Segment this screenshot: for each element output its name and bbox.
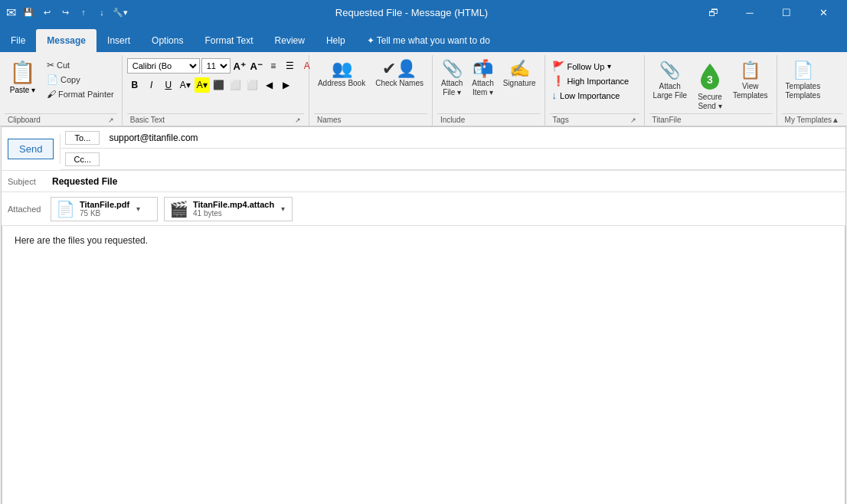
- clipboard-side-buttons: ✂ Cut 📄 Copy 🖌 Format Painter: [44, 58, 117, 101]
- tab-review[interactable]: Review: [264, 29, 316, 52]
- attach-large-file-button[interactable]: 📎 AttachLarge File: [649, 58, 691, 103]
- subject-row: Subject: [2, 171, 845, 192]
- save-qa-btn[interactable]: 💾: [21, 5, 36, 20]
- follow-up-arrow: ▾: [607, 62, 611, 70]
- send-button[interactable]: Send: [8, 139, 54, 159]
- window-controls: 🗗 ─ ☐ ✕: [695, 0, 841, 25]
- to-button[interactable]: To...: [65, 131, 100, 145]
- tab-message[interactable]: Message: [36, 29, 96, 52]
- cc-button[interactable]: Cc...: [65, 152, 100, 166]
- highlight-btn[interactable]: A▾: [195, 77, 210, 93]
- restore-btn[interactable]: 🗗: [695, 0, 731, 25]
- tab-help[interactable]: Help: [316, 29, 356, 52]
- flag-icon: 🚩: [552, 61, 564, 72]
- bullet-list-btn[interactable]: ≡: [266, 58, 281, 74]
- align-left-btn[interactable]: ⬛: [211, 77, 227, 93]
- title-bar-left: ✉ 💾 ↩ ↪ ↑ ↓ 🔧▾: [6, 5, 128, 20]
- quick-access-toolbar: 💾 ↩ ↪ ↑ ↓ 🔧▾: [21, 5, 128, 20]
- clipboard-expand-icon[interactable]: ↗: [108, 116, 114, 124]
- copy-button[interactable]: 📄 Copy: [44, 73, 117, 87]
- increase-font-btn[interactable]: A⁺: [232, 58, 247, 74]
- templates-button[interactable]: 📄 TemplatesTemplates: [782, 58, 825, 103]
- to-input[interactable]: [104, 129, 845, 146]
- titanfile-label: TitanFile: [649, 113, 772, 126]
- attach-file-button[interactable]: 📎 AttachFile ▾: [437, 58, 466, 100]
- clipboard-label: Clipboard ↗: [5, 113, 117, 126]
- redo-qa-btn[interactable]: ↪: [57, 5, 73, 20]
- attachment-pdf-info: TitanFile.pdf 75 KB: [80, 200, 129, 218]
- numbered-list-btn[interactable]: ☰: [283, 58, 298, 74]
- tab-file[interactable]: File: [0, 29, 36, 52]
- view-templates-button[interactable]: 📋 ViewTemplates: [729, 58, 772, 103]
- my-templates-content: 📄 TemplatesTemplates: [782, 55, 825, 113]
- attachment-video-info: TitanFile.mp4.attach 41 bytes: [193, 200, 274, 218]
- email-body[interactable]: Here are the files you requested.: [2, 226, 845, 504]
- attachment-video-dropdown[interactable]: ▾: [279, 205, 287, 213]
- cc-input[interactable]: [104, 151, 845, 168]
- tab-tell-me[interactable]: ✦ Tell me what you want to do: [356, 29, 501, 52]
- high-importance-button[interactable]: ❗ High Importance: [550, 74, 632, 87]
- tab-format-text[interactable]: Format Text: [194, 29, 263, 52]
- signature-button[interactable]: ✍ Signature: [499, 58, 540, 90]
- down-qa-btn[interactable]: ↓: [94, 5, 110, 20]
- align-right-btn[interactable]: ⬜: [245, 77, 260, 93]
- tags-label: Tags ↗: [550, 113, 639, 126]
- attachment-video-size: 41 bytes: [193, 209, 274, 218]
- align-center-btn[interactable]: ⬜: [228, 77, 244, 93]
- subject-input[interactable]: [47, 173, 845, 190]
- to-field-row: To...: [60, 127, 845, 149]
- decrease-indent-btn[interactable]: ◀: [262, 77, 277, 93]
- title-bar: ✉ 💾 ↩ ↪ ↑ ↓ 🔧▾ Requested File - Message …: [0, 0, 847, 25]
- italic-button[interactable]: I: [144, 77, 159, 93]
- my-templates-label: My Templates ▲: [782, 113, 842, 126]
- font-size-select[interactable]: 11: [201, 58, 231, 74]
- underline-button[interactable]: U: [161, 77, 176, 93]
- video-icon: 🎬: [169, 200, 188, 218]
- up-qa-btn[interactable]: ↑: [76, 5, 91, 20]
- attachment-pdf[interactable]: 📄 TitanFile.pdf 75 KB ▾: [51, 197, 158, 221]
- maximize-btn[interactable]: ☐: [769, 0, 804, 25]
- text-color-btn[interactable]: A▾: [178, 77, 193, 93]
- my-templates-collapse-icon[interactable]: ▲: [832, 116, 839, 124]
- undo-qa-btn[interactable]: ↩: [39, 5, 54, 20]
- pdf-icon: 📄: [56, 200, 75, 218]
- attachment-pdf-dropdown[interactable]: ▾: [134, 205, 142, 213]
- send-panel: Send: [2, 134, 60, 164]
- minimize-btn[interactable]: ─: [732, 0, 767, 25]
- increase-indent-btn[interactable]: ▶: [279, 77, 294, 93]
- font-select[interactable]: Calibri (Bo: [127, 58, 200, 74]
- cut-button[interactable]: ✂ Cut: [44, 58, 117, 72]
- basic-text-group: Calibri (Bo 11 A⁺ A⁻ ≡ ☰ A B I U A▾ A▾ ⬛…: [123, 55, 309, 126]
- high-importance-icon: ❗: [552, 75, 564, 87]
- close-btn[interactable]: ✕: [806, 0, 841, 25]
- include-label: Include: [437, 113, 540, 126]
- names-group-content: 👥 Address Book ✔👤 Check Names: [314, 55, 427, 113]
- tags-group: 🚩 Follow Up ▾ ❗ High Importance ↓ Low Im…: [545, 55, 645, 126]
- tab-options[interactable]: Options: [141, 29, 194, 52]
- attachment-video[interactable]: 🎬 TitanFile.mp4.attach 41 bytes ▾: [164, 197, 293, 221]
- secure-send-button[interactable]: 3 SecureSend ▾: [692, 58, 728, 113]
- basic-text-expand-icon[interactable]: ↗: [295, 116, 301, 124]
- decrease-font-btn[interactable]: A⁻: [249, 58, 264, 74]
- names-label: Names: [314, 113, 427, 126]
- low-importance-button[interactable]: ↓ Low Importance: [550, 89, 623, 102]
- format-painter-button[interactable]: 🖌 Format Painter: [44, 87, 117, 101]
- attach-item-button[interactable]: 📬 AttachItem ▾: [468, 58, 497, 100]
- bold-button[interactable]: B: [127, 77, 142, 93]
- basic-text-label: Basic Text ↗: [127, 113, 304, 126]
- customize-qa-btn[interactable]: 🔧▾: [113, 5, 128, 20]
- secure-send-icon: 3: [696, 61, 724, 91]
- tab-bar: File Message Insert Options Format Text …: [0, 25, 847, 52]
- tab-insert[interactable]: Insert: [96, 29, 141, 52]
- my-templates-group: 📄 TemplatesTemplates My Templates ▲: [777, 55, 847, 126]
- follow-up-button[interactable]: 🚩 Follow Up ▾: [550, 60, 614, 73]
- attachment-video-name: TitanFile.mp4.attach: [193, 200, 274, 209]
- format-row: B I U A▾ A▾ ⬛ ⬜ ⬜ ◀ ▶: [127, 77, 294, 93]
- tags-expand-icon[interactable]: ↗: [630, 116, 636, 124]
- attachment-pdf-name: TitanFile.pdf: [80, 200, 129, 209]
- attached-label: Attached: [2, 205, 47, 214]
- check-names-button[interactable]: ✔👤 Check Names: [371, 58, 427, 90]
- low-importance-icon: ↓: [552, 90, 558, 101]
- address-book-button[interactable]: 👥 Address Book: [314, 58, 369, 90]
- paste-button[interactable]: 📋 Paste ▾: [5, 58, 41, 96]
